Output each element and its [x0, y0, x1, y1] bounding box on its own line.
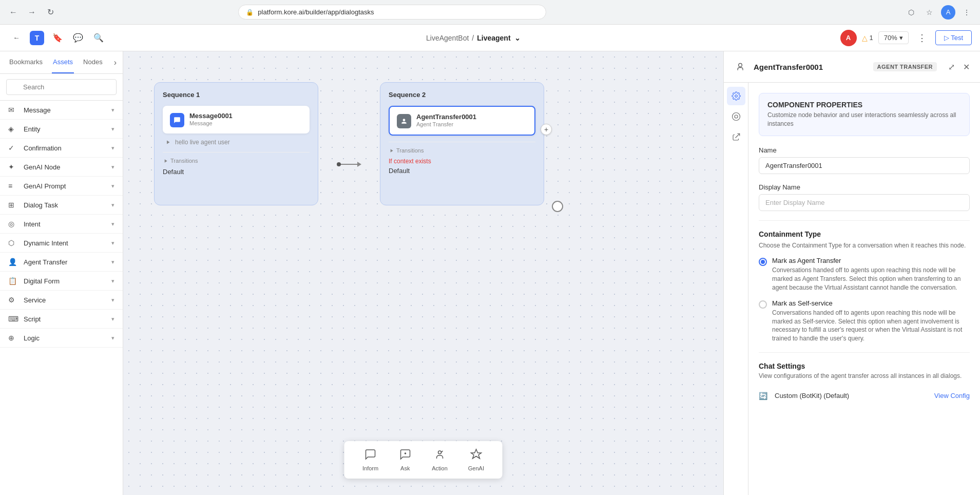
sequence-2-box: Sequence 2 AgentTransfer0001 Agent Trans…	[380, 82, 544, 205]
search-input[interactable]	[6, 79, 117, 95]
ask-icon	[399, 448, 411, 463]
sidebar-item-dialog-task[interactable]: ⊞ Dialog Task ▾	[0, 196, 123, 215]
sidebar-item-intent[interactable]: ◎ Intent ▾	[0, 215, 123, 234]
breadcrumb: LiveAgentBot / Liveagent ⌄	[426, 34, 521, 42]
panel-header-icon	[732, 59, 748, 75]
browser-reload-btn[interactable]: ↻	[43, 5, 57, 20]
name-field: Name	[759, 146, 970, 174]
inform-label: Inform	[362, 465, 378, 471]
sidebar-collapse-btn[interactable]: ›	[112, 56, 119, 69]
sidebar-item-logic[interactable]: ⊕ Logic ▾	[0, 329, 123, 348]
radio-self-service-desc: Conversations handed off to agents upon …	[772, 309, 970, 343]
name-input[interactable]	[759, 157, 970, 174]
chevron-down-icon: ▾	[111, 202, 114, 208]
panel-header-actions: ⤢ ✕	[946, 60, 972, 74]
panel-connection-tab[interactable]	[727, 107, 745, 126]
chevron-down-icon: ▾	[111, 221, 114, 227]
warning-badge: △ 1	[862, 34, 873, 42]
chat-settings-desc: View configurations of the agent transfe…	[759, 372, 970, 379]
toolbar-genai-btn[interactable]: GenAI	[458, 445, 494, 474]
message-node-body: Message0001 Message	[189, 112, 302, 126]
sidebar-item-digital-form[interactable]: 📋 Digital Form ▾	[0, 272, 123, 291]
agent-transfer-icon: 👤	[8, 258, 18, 266]
chat-settings-title: Chat Settings	[759, 362, 970, 370]
genai-icon	[470, 448, 482, 463]
panel-expand-btn[interactable]: ⤢	[946, 60, 957, 74]
service-icon: ⚙	[8, 296, 18, 304]
message-node-title: Message0001	[189, 112, 302, 120]
intent-icon: ◎	[8, 220, 18, 228]
browser-screen-cast-btn[interactable]: ⬡	[904, 5, 918, 20]
sidebar-item-genai-prompt[interactable]: ≡ GenAI Prompt ▾	[0, 177, 123, 196]
panel-link-tab[interactable]	[727, 128, 745, 146]
sidebar-item-dynamic-intent[interactable]: ⬡ Dynamic Intent ▾	[0, 234, 123, 253]
display-name-field: Display Name	[759, 183, 970, 211]
display-name-input[interactable]	[759, 194, 970, 211]
radio-self-service[interactable]	[759, 300, 767, 309]
view-config-btn[interactable]: View Config	[934, 392, 970, 399]
add-node-btn[interactable]: +	[541, 124, 552, 135]
containment-option-self-service: Mark as Self-service Conversations hande…	[759, 299, 970, 343]
panel-header: AgentTransfer0001 AGENT TRANSFER ⤢ ✕	[724, 51, 980, 83]
search-icon-btn[interactable]: 🔍	[90, 30, 107, 46]
sidebar-item-service[interactable]: ⚙ Service ▾	[0, 291, 123, 310]
agent-transfer-node-subtitle: Agent Transfer	[416, 121, 527, 127]
sidebar-item-entity[interactable]: ◈ Entity ▾	[0, 120, 123, 139]
chevron-down-icon: ▾	[111, 183, 114, 189]
tab-assets[interactable]: Assets	[52, 51, 74, 73]
message-node-card[interactable]: Message0001 Message	[163, 106, 310, 134]
toolbar-inform-btn[interactable]: Inform	[352, 445, 389, 474]
radio-agent-transfer-label: Mark as Agent Transfer	[772, 257, 970, 264]
browser-forward-btn[interactable]: →	[25, 5, 39, 20]
app-shell: ← T 🔖 💬 🔍 LiveAgentBot / Liveagent ⌄ A △	[0, 25, 980, 495]
connector-arrow	[339, 123, 359, 205]
tab-nodes[interactable]: Nodes	[82, 51, 104, 73]
sidebar-toggle-btn[interactable]: ←	[8, 30, 25, 46]
message-icon: ✉	[8, 106, 18, 114]
sidebar-item-confirmation[interactable]: ✓ Confirmation ▾	[0, 139, 123, 158]
display-name-label: Display Name	[759, 183, 970, 191]
browser-address-bar: 🔒 platform.kore.ai/builder/app/dialogtas…	[238, 5, 546, 20]
config-icon: 🔄	[759, 392, 767, 400]
genai-node-icon: ✦	[8, 163, 18, 171]
panel-close-btn[interactable]: ✕	[961, 60, 972, 74]
genai-label: GenAI	[468, 465, 484, 471]
search-wrap: 🔍	[6, 79, 117, 95]
sequence-1-box: Sequence 1 Message0001 Message	[154, 82, 318, 205]
bookmark-icon-btn[interactable]: 🔖	[49, 30, 66, 46]
radio-self-service-text: Mark as Self-service Conversations hande…	[772, 299, 970, 343]
browser-star-btn[interactable]: ☆	[923, 5, 937, 20]
header-center: LiveAgentBot / Liveagent ⌄	[113, 34, 834, 42]
radio-agent-transfer[interactable]	[759, 258, 767, 266]
sidebar-items-list: ✉ Message ▾ ◈ Entity ▾ ✓ Confirmation ▾ …	[0, 101, 123, 348]
browser-back-btn[interactable]: ←	[6, 5, 21, 20]
svg-point-1	[438, 451, 441, 454]
sidebar-item-agent-transfer[interactable]: 👤 Agent Transfer ▾	[0, 253, 123, 272]
tab-bookmarks[interactable]: Bookmarks	[8, 51, 44, 73]
breadcrumb-separator: /	[472, 34, 474, 42]
browser-bar: ← → ↻ 🔒 platform.kore.ai/builder/app/dia…	[0, 0, 980, 25]
canvas-area[interactable]: Sequence 1 Message0001 Message	[123, 51, 723, 495]
sidebar-item-script[interactable]: ⌨ Script ▾	[0, 310, 123, 329]
toolbar-action-btn[interactable]: Action	[421, 445, 458, 474]
panel-settings-tab[interactable]	[727, 87, 745, 105]
test-btn[interactable]: ▷ Test	[935, 30, 972, 45]
toolbar-ask-btn[interactable]: Ask	[389, 445, 421, 474]
chevron-down-icon: ▾	[111, 316, 114, 322]
breadcrumb-current[interactable]: Liveagent ⌄	[477, 34, 521, 42]
containment-type-desc: Choose the Containment Type for a conver…	[759, 241, 970, 250]
sidebar-item-message[interactable]: ✉ Message ▾	[0, 101, 123, 120]
zoom-btn[interactable]: 70% ▾	[878, 31, 909, 44]
app-logo: T	[30, 31, 44, 45]
radio-agent-transfer-text: Mark as Agent Transfer Conversations han…	[772, 257, 970, 292]
agent-transfer-node-card[interactable]: AgentTransfer0001 Agent Transfer	[389, 106, 535, 136]
profile-avatar: A	[840, 30, 857, 46]
chevron-down-icon: ▾	[111, 107, 114, 113]
sequences-container: Sequence 1 Message0001 Message	[123, 51, 575, 236]
seq2-transition-0: If context exists	[389, 157, 535, 166]
sidebar-item-genai-node[interactable]: ✦ GenAI Node ▾	[0, 158, 123, 177]
sequence-1-title: Sequence 1	[163, 91, 310, 99]
chat-icon-btn[interactable]: 💬	[70, 30, 86, 46]
more-options-btn[interactable]: ⋮	[914, 30, 930, 46]
browser-menu-btn[interactable]: ⋮	[959, 5, 974, 20]
